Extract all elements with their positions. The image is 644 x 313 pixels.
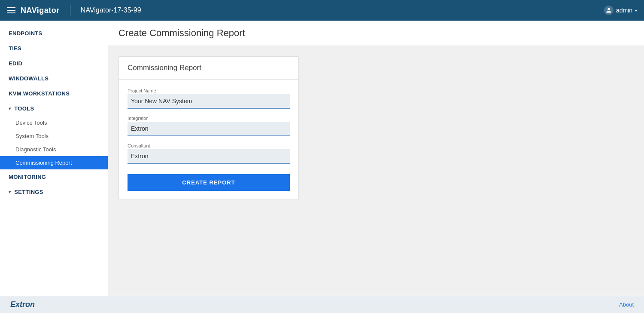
tools-label: TOOLS [14, 105, 34, 112]
menu-icon[interactable] [7, 7, 15, 13]
header-divider [70, 5, 70, 15]
sidebar-item-endpoints[interactable]: ENDPOINTS [0, 26, 108, 41]
page-content: Commissioning Report Project Name Integr… [108, 46, 644, 296]
consultant-field: Consultant [128, 143, 290, 164]
username-label: admin [616, 7, 632, 14]
sidebar-item-kvm-workstations[interactable]: KVM WORKSTATIONS [0, 86, 108, 101]
content-area: Create Commissioning Report Commissionin… [108, 21, 644, 296]
user-menu-chevron-icon: ▾ [635, 8, 637, 13]
main-layout: ENDPOINTS TIES EDID WINDOWALLS KVM WORKS… [0, 21, 644, 296]
header: NAVigator NAVigator-17-35-99 admin ▾ [0, 0, 644, 21]
sidebar-subitem-system-tools[interactable]: System Tools [0, 129, 108, 143]
header-left: NAVigator NAVigator-17-35-99 [7, 5, 141, 15]
form-card-body: Project Name Integrator Consultant CREAT… [119, 80, 298, 199]
footer: Extron About [0, 296, 644, 313]
device-name: NAVigator-17-35-99 [81, 6, 141, 14]
sidebar-item-windowalls[interactable]: WINDOWALLS [0, 71, 108, 86]
consultant-input[interactable] [128, 149, 290, 164]
sidebar: ENDPOINTS TIES EDID WINDOWALLS KVM WORKS… [0, 21, 108, 296]
user-menu[interactable]: admin ▾ [604, 6, 637, 15]
integrator-label: Integrator [128, 116, 290, 121]
consultant-label: Consultant [128, 143, 290, 148]
settings-chevron-icon: ▾ [9, 190, 11, 194]
form-card-title: Commissioning Report [128, 64, 290, 72]
project-name-input[interactable] [128, 94, 290, 109]
sidebar-item-monitoring[interactable]: MONITORING [0, 169, 108, 184]
form-card: Commissioning Report Project Name Integr… [118, 56, 299, 200]
project-name-label: Project Name [128, 88, 290, 93]
integrator-field: Integrator [128, 116, 290, 136]
footer-brand: Extron [10, 300, 35, 309]
settings-label: SETTINGS [14, 189, 43, 195]
sidebar-item-settings[interactable]: ▾ SETTINGS [0, 184, 108, 199]
about-link[interactable]: About [619, 301, 634, 308]
integrator-input[interactable] [128, 122, 290, 136]
create-report-button[interactable]: CREATE REPORT [128, 174, 290, 191]
user-avatar-icon [604, 6, 614, 15]
page-header: Create Commissioning Report [108, 21, 644, 46]
sidebar-subitem-commissioning-report[interactable]: Commissioning Report [0, 156, 108, 169]
page-title: Create Commissioning Report [118, 28, 634, 39]
sidebar-subitem-device-tools[interactable]: Device Tools [0, 116, 108, 129]
app-name: NAVigator [21, 6, 60, 15]
sidebar-item-ties[interactable]: TIES [0, 41, 108, 56]
sidebar-subitem-diagnostic-tools[interactable]: Diagnostic Tools [0, 143, 108, 156]
sidebar-item-edid[interactable]: EDID [0, 56, 108, 71]
project-name-field: Project Name [128, 88, 290, 109]
tools-chevron-icon: ▾ [9, 106, 11, 111]
sidebar-item-tools[interactable]: ▾ TOOLS [0, 101, 108, 116]
form-card-header: Commissioning Report [119, 57, 298, 80]
